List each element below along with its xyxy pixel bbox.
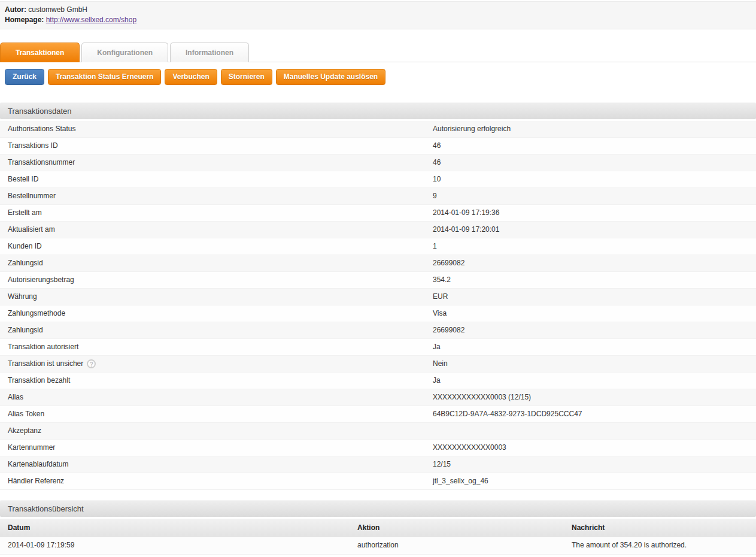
row-label: Zahlungsid — [0, 255, 433, 271]
author-value: customweb GmbH — [28, 5, 87, 14]
row-value: jtl_3_sellx_og_46 — [433, 473, 756, 489]
row-value: Ja — [433, 373, 756, 389]
row-value: Ja — [433, 339, 756, 355]
transaction-data-row: Händler Referenzjtl_3_sellx_og_46 — [0, 473, 756, 490]
row-label: Transaktion bezahlt — [0, 373, 433, 389]
overview-table-body: 2014-01-09 17:19:59authorizationThe amou… — [0, 537, 756, 555]
transaction-data-row: KartennummerXXXXXXXXXXXX0003 — [0, 440, 756, 456]
transaction-data-row: Akzeptanz — [0, 423, 756, 440]
refresh-status-button[interactable]: Transaktion Status Erneuern — [48, 69, 161, 85]
transaction-data-row: Erstellt am2014-01-09 17:19:36 — [0, 205, 756, 222]
row-label: Bestellnummer — [0, 188, 433, 204]
transaction-data-row: Kunden ID1 — [0, 238, 756, 255]
transaction-data-row: AliasXXXXXXXXXXXX0003 (12/15) — [0, 389, 756, 406]
action-toolbar: Zurück Transaktion Status Erneuern Verbu… — [0, 62, 756, 92]
transaction-data-row: WährungEUR — [0, 289, 756, 305]
row-value: Nein — [433, 356, 756, 372]
row-label: Transaktions ID — [0, 138, 433, 154]
row-value: 2014-01-09 17:19:36 — [433, 205, 756, 221]
row-value: Autorisierung erfolgreich — [433, 121, 756, 137]
transaction-overview-title: Transaktionsübersicht — [0, 500, 756, 517]
row-value: 9 — [433, 188, 756, 204]
transaction-data-table: Authorisations StatusAutorisierung erfol… — [0, 121, 756, 490]
transaction-data-row: Transaktion ist unsicher?Nein — [0, 356, 756, 373]
row-label: Händler Referenz — [0, 473, 433, 489]
overview-col-datum: Datum — [0, 519, 357, 536]
transaction-data-row: Alias Token64B9C12D-9A7A-4832-9273-1DCD9… — [0, 406, 756, 423]
back-button[interactable]: Zurück — [5, 69, 44, 85]
help-icon[interactable]: ? — [87, 359, 96, 368]
author-label: Autor: — [5, 5, 26, 14]
row-value: 26699082 — [433, 255, 756, 271]
row-label: Alias Token — [0, 406, 433, 422]
transaction-data-row: Transaktionsnummer46 — [0, 155, 756, 171]
row-label: Kartenablaufdatum — [0, 456, 433, 473]
overview-cell: 2014-01-09 17:19:59 — [0, 537, 357, 554]
overview-col-nachricht: Nachricht — [572, 519, 756, 536]
row-label: Alias — [0, 389, 433, 405]
homepage-label: Homepage: — [5, 16, 44, 24]
row-value: XXXXXXXXXXXX0003 — [433, 440, 756, 456]
row-value: EUR — [433, 289, 756, 305]
row-value: 354.2 — [433, 272, 756, 288]
row-value: 1 — [433, 238, 756, 255]
manual-update-button[interactable]: Manuelles Update auslösen — [276, 69, 385, 85]
row-value: 64B9C12D-9A7A-4832-9273-1DCD925CCC47 — [433, 406, 756, 422]
row-label: Authorisations Status — [0, 121, 433, 137]
row-label: Transaktion autorisiert — [0, 339, 433, 355]
row-value: 10 — [433, 171, 756, 187]
row-label: Währung — [0, 289, 433, 305]
row-label: Kunden ID — [0, 238, 433, 255]
tab-konfigurationen[interactable]: Konfigurationen — [81, 43, 168, 62]
tab-bar: Transaktionen Konfigurationen Informatio… — [0, 42, 756, 62]
overview-col-aktion: Aktion — [357, 519, 572, 536]
row-value: 26699082 — [433, 322, 756, 338]
transaction-data-row: Bestellnummer9 — [0, 188, 756, 205]
row-label: Kartennummer — [0, 440, 433, 456]
row-label: Akzeptanz — [0, 423, 433, 439]
row-value: 46 — [433, 155, 756, 171]
row-label: Autorisierungsbetrag — [0, 272, 433, 288]
transaction-data-row: Kartenablaufdatum12/15 — [0, 456, 756, 473]
row-label: Transaktionsnummer — [0, 155, 433, 171]
row-value: XXXXXXXXXXXX0003 (12/15) — [433, 389, 756, 405]
row-label: Bestell ID — [0, 171, 433, 187]
row-label: Zahlungsid — [0, 322, 433, 338]
row-label: Aktualisiert am — [0, 222, 433, 238]
row-value: 46 — [433, 138, 756, 154]
plugin-info-box: Autor: customweb GmbH Homepage: http://w… — [0, 1, 756, 29]
row-label: Erstellt am — [0, 205, 433, 221]
transaction-data-row: Zahlungsid26699082 — [0, 322, 756, 339]
capture-button[interactable]: Verbuchen — [165, 69, 217, 85]
plugin-author-line: Autor: customweb GmbH — [5, 5, 751, 15]
transaction-data-row: Transaktion bezahltJa — [0, 373, 756, 389]
transaction-data-title: Transaktionsdaten — [0, 102, 756, 119]
homepage-link[interactable]: http://www.sellxed.com/shop — [46, 16, 136, 24]
overview-cell: authorization — [357, 537, 572, 554]
transaction-data-row: Authorisations StatusAutorisierung erfol… — [0, 121, 756, 138]
row-label: Zahlungsmethode — [0, 305, 433, 322]
transaction-data-row: Transaktions ID46 — [0, 138, 756, 155]
overview-cell: The amount of 354.20 is authorized. — [572, 537, 756, 554]
overview-header-row: Datum Aktion Nachricht — [0, 519, 756, 537]
cancel-transaction-button[interactable]: Stornieren — [221, 69, 272, 85]
row-label: Transaktion ist unsicher? — [0, 356, 433, 372]
row-value: 12/15 — [433, 456, 756, 473]
transaction-data-row: Bestell ID10 — [0, 171, 756, 188]
transaction-data-row: Autorisierungsbetrag354.2 — [0, 272, 756, 289]
tab-informationen[interactable]: Informationen — [170, 43, 249, 62]
transaction-data-row: ZahlungsmethodeVisa — [0, 305, 756, 322]
transaction-data-row: Aktualisiert am2014-01-09 17:20:01 — [0, 222, 756, 238]
tab-transaktionen[interactable]: Transaktionen — [0, 43, 80, 62]
transaction-data-row: Transaktion autorisiertJa — [0, 339, 756, 356]
row-value: 2014-01-09 17:20:01 — [433, 222, 756, 238]
overview-row: 2014-01-09 17:19:59authorizationThe amou… — [0, 537, 756, 555]
row-value — [433, 423, 756, 439]
plugin-homepage-line: Homepage: http://www.sellxed.com/shop — [5, 15, 751, 25]
transaction-data-row: Zahlungsid26699082 — [0, 255, 756, 272]
row-value: Visa — [433, 305, 756, 322]
